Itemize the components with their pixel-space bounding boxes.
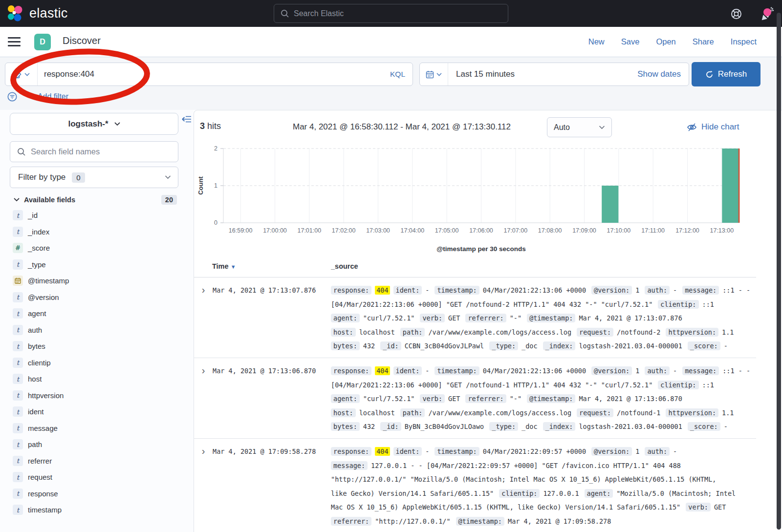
field-key-badge: response: (331, 447, 371, 456)
string-field-icon: t (13, 259, 23, 270)
string-field-icon: t (13, 308, 23, 319)
field-item-_index[interactable]: t_index (0, 224, 194, 240)
add-filter-button[interactable]: + Add filter (31, 92, 68, 101)
field-key-badge: host: (331, 408, 356, 417)
field-search-input[interactable] (31, 147, 178, 156)
expand-row-button[interactable]: › (202, 283, 205, 353)
chevron-down-icon (114, 122, 120, 126)
expand-row-button[interactable]: › (202, 445, 205, 529)
menu-save[interactable]: Save (621, 37, 640, 46)
doc-source: response:404ident:-timestamp:04/Mar/2021… (331, 364, 755, 434)
column-time[interactable]: Time ▼ (212, 262, 236, 270)
source-line: bytes:432_id:CCBN_3cB04dGovJLPawl_type:_… (331, 339, 755, 353)
histogram-bar[interactable] (602, 186, 618, 223)
field-item-_score[interactable]: #_score (0, 240, 194, 256)
scrollbar[interactable] (777, 13, 781, 530)
field-key-badge: _score: (688, 341, 720, 350)
filter-icon[interactable] (7, 91, 18, 102)
field-search[interactable] (10, 141, 178, 162)
field-key-badge: @version: (591, 286, 632, 295)
search-icon (17, 148, 26, 156)
svg-text:17:02:00: 17:02:00 (332, 227, 356, 234)
help-icon[interactable] (730, 7, 743, 21)
field-item-@timestamp[interactable]: @timestamp (0, 273, 194, 289)
svg-text:17:10:00: 17:10:00 (607, 227, 630, 234)
query-input[interactable] (38, 69, 390, 79)
field-value: /var/www/example.com/logs/access.log (428, 328, 571, 336)
field-item-_type[interactable]: t_type (0, 256, 194, 273)
field-item-agent[interactable]: tagent (0, 305, 194, 322)
field-key-badge: agent: (585, 489, 613, 498)
column-source: _source (331, 262, 358, 270)
field-item-ident[interactable]: tident (0, 404, 194, 420)
source-line: agent:"curl/7.52.1"verb:GETreferrer:"-"@… (331, 392, 755, 406)
highlighted-value: 404 (375, 366, 390, 375)
field-key-badge: message: (682, 366, 719, 375)
expand-row-button[interactable]: › (202, 364, 205, 434)
field-value: 1.1 (722, 328, 734, 336)
field-name: host (28, 375, 42, 383)
field-item-referrer[interactable]: treferrer (0, 453, 194, 469)
field-item-request[interactable]: trequest (0, 469, 194, 486)
field-name: _id (28, 211, 38, 219)
field-item-message[interactable]: tmessage (0, 420, 194, 437)
field-key-badge: verb: (420, 394, 445, 403)
field-item-clientip[interactable]: tclientip (0, 355, 194, 371)
field-value: 127.0.0.1 (543, 489, 579, 497)
histogram-chart[interactable]: 16:59:0017:00:0017:01:0017:02:0017:03:00… (194, 142, 782, 240)
field-value: ::1 - - (722, 286, 750, 294)
field-item-bytes[interactable]: tbytes (0, 338, 194, 355)
svg-text:17:05:00: 17:05:00 (435, 227, 459, 234)
field-value: [04/Mar/2021:22:13:06 +0000] "GET /notfo… (331, 300, 652, 308)
elastic-logo[interactable] (7, 4, 24, 23)
svg-text:17:03:00: 17:03:00 (366, 227, 390, 234)
interval-select[interactable]: Auto (547, 117, 612, 137)
calendar-menu-button[interactable] (420, 63, 448, 85)
global-search-input[interactable] (294, 9, 508, 18)
field-key-badge: verb: (420, 314, 445, 322)
doc-source: response:404ident:-timestamp:04/Mar/2021… (331, 283, 755, 353)
show-dates-button[interactable]: Show dates (637, 69, 681, 79)
field-value: GET (448, 314, 460, 322)
search-icon (281, 9, 289, 18)
field-value: ::1 (702, 300, 714, 308)
collapse-sidebar-icon[interactable] (182, 115, 192, 124)
refresh-button[interactable]: Refresh (692, 62, 760, 86)
saved-query-menu-button[interactable] (5, 63, 38, 85)
index-pattern-select[interactable]: logstash-* (10, 113, 178, 135)
field-item-_id[interactable]: t_id (0, 207, 194, 224)
field-item-response[interactable]: tresponse (0, 486, 194, 502)
svg-text:2: 2 (214, 145, 217, 152)
menu-icon[interactable] (8, 37, 21, 49)
news-icon[interactable] (760, 6, 775, 21)
field-item-timestamp[interactable]: ttimestamp (0, 502, 194, 518)
source-line: like Gecko) Version/14.1 Safari/605.1.15… (331, 487, 755, 501)
menu-share[interactable]: Share (693, 37, 714, 46)
field-item-httpversion[interactable]: thttpversion (0, 387, 194, 404)
hide-chart-button[interactable]: Hide chart (687, 122, 739, 132)
field-item-auth[interactable]: tauth (0, 322, 194, 339)
filter-by-type-select[interactable]: Filter by type 0 (10, 167, 178, 188)
source-line: host:localhostpath:/var/www/example.com/… (331, 325, 755, 340)
field-item-path[interactable]: tpath (0, 436, 194, 453)
field-value: 432 (363, 342, 375, 350)
field-key-badge: clientip: (658, 300, 698, 309)
field-item-@version[interactable]: t@version (0, 289, 194, 306)
string-field-icon: t (13, 325, 23, 335)
menu-open[interactable]: Open (656, 37, 675, 46)
menu-inspect[interactable]: Inspect (731, 37, 757, 46)
menu-new[interactable]: New (588, 37, 605, 46)
field-key-badge: @version: (591, 366, 632, 375)
field-value: - (425, 367, 429, 375)
available-fields-header[interactable]: Available fields 20 (0, 195, 177, 205)
field-key-badge: referrer: (465, 394, 506, 403)
query-language-button[interactable]: KQL (390, 70, 405, 79)
field-item-host[interactable]: thost (0, 371, 194, 387)
time-range-value[interactable]: Last 15 minutes (456, 69, 637, 79)
field-name: agent (28, 309, 46, 318)
histogram-bar[interactable] (722, 149, 739, 223)
field-key-badge: message: (682, 286, 719, 295)
source-line: Mac OS X 10_15_6) AppleWebKit/605.1.15 (… (331, 500, 755, 514)
global-search[interactable] (274, 4, 508, 23)
field-value: - (673, 447, 677, 455)
